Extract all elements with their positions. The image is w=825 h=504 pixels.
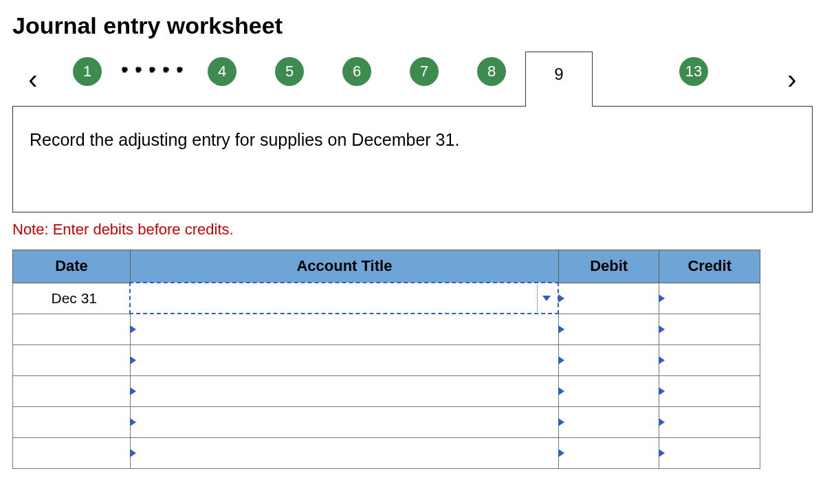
account-title-cell[interactable] (130, 283, 558, 314)
step-number: 1 (73, 57, 102, 86)
dropdown-caret-icon[interactable] (537, 285, 555, 311)
col-header-debit: Debit (558, 250, 659, 283)
note-text: Note: Enter debits before credits. (12, 221, 813, 239)
step-number: 8 (477, 57, 506, 86)
step-tab-7[interactable]: 7 (390, 52, 458, 107)
table-row: Dec 31 (13, 283, 760, 314)
page-title: Journal entry worksheet (12, 12, 813, 39)
step-tab-1[interactable]: 1 (54, 52, 121, 107)
step-ellipsis: ꞏꞏꞏꞏꞏ (121, 52, 188, 107)
step-number: 9 (544, 60, 573, 89)
step-number: 5 (275, 57, 304, 86)
table-row (13, 437, 760, 468)
instruction-text: Record the adjusting entry for supplies … (30, 130, 459, 149)
step-number: 7 (410, 57, 439, 86)
journal-table: Date Account Title Debit Credit Dec 31 (12, 250, 760, 469)
debit-cell[interactable] (558, 314, 659, 344)
step-tabs-inner: 1 ꞏꞏꞏꞏꞏ 4 5 6 7 8 9 13 (54, 52, 771, 107)
credit-cell[interactable] (659, 344, 760, 375)
step-tab-8[interactable]: 8 (458, 52, 525, 107)
account-title-cell[interactable] (130, 314, 558, 344)
step-number: 4 (208, 57, 236, 86)
table-header-row: Date Account Title Debit Credit (13, 250, 760, 283)
step-tab-5[interactable]: 5 (256, 52, 323, 107)
table-row (13, 314, 760, 344)
credit-cell[interactable] (659, 314, 760, 344)
date-cell[interactable] (13, 314, 131, 344)
date-cell[interactable]: Dec 31 (13, 283, 131, 314)
date-cell[interactable] (13, 437, 131, 468)
col-header-account: Account Title (130, 250, 558, 283)
account-title-cell[interactable] (130, 375, 558, 406)
step-tab-4[interactable]: 4 (188, 52, 256, 107)
date-cell[interactable] (13, 406, 131, 437)
debit-cell[interactable] (558, 344, 659, 375)
debit-cell[interactable] (558, 406, 659, 437)
prev-arrow[interactable]: ‹ (12, 65, 54, 93)
credit-cell[interactable] (659, 283, 760, 314)
table-row (13, 375, 760, 406)
date-cell[interactable] (13, 344, 131, 375)
account-title-cell[interactable] (130, 406, 558, 437)
step-tab-9[interactable]: 9 (525, 52, 593, 107)
step-tabs: ‹ 1 ꞏꞏꞏꞏꞏ 4 5 6 7 8 9 13 › (12, 52, 813, 107)
credit-cell[interactable] (659, 437, 760, 468)
table-row (13, 344, 760, 375)
date-cell[interactable] (13, 375, 131, 406)
col-header-credit: Credit (659, 250, 760, 283)
step-tab-6[interactable]: 6 (323, 52, 390, 107)
step-number: 6 (342, 57, 371, 86)
credit-cell[interactable] (659, 375, 760, 406)
step-tab-13[interactable]: 13 (660, 52, 727, 107)
account-title-cell[interactable] (130, 437, 558, 468)
debit-cell[interactable] (558, 375, 659, 406)
account-title-cell[interactable] (130, 344, 558, 375)
next-arrow[interactable]: › (771, 65, 813, 93)
instruction-panel: Record the adjusting entry for supplies … (12, 106, 813, 212)
step-spacer (593, 52, 660, 107)
debit-cell[interactable] (558, 283, 659, 314)
svg-marker-0 (542, 296, 551, 301)
col-header-date: Date (13, 250, 131, 283)
debit-cell[interactable] (558, 437, 659, 468)
table-row (13, 406, 760, 437)
step-number: 13 (679, 57, 708, 86)
credit-cell[interactable] (659, 406, 760, 437)
